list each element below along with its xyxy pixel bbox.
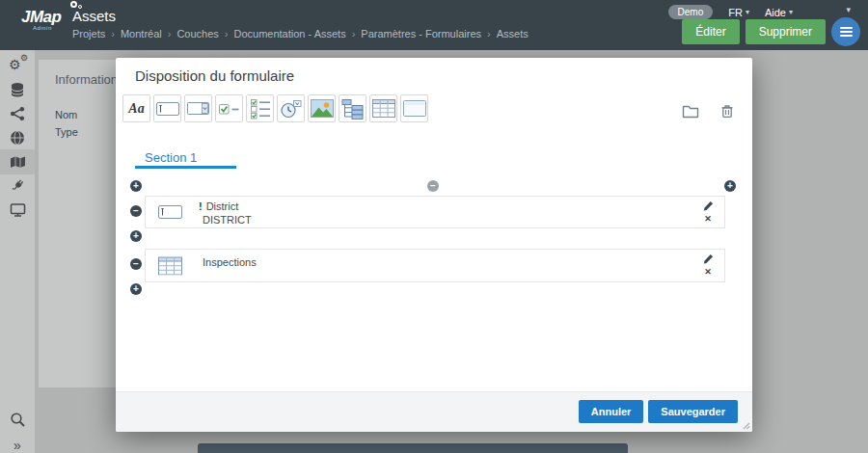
chevron-down-icon: ▾ (746, 8, 749, 16)
remove-element-button[interactable]: ✕ (701, 213, 715, 226)
form-element-district[interactable]: ! District DISTRICT ✕ (145, 196, 725, 228)
dialog-footer: Annuler Sauvegarder (116, 391, 752, 432)
form-element-label: District (206, 200, 239, 212)
remove-column-button[interactable]: − (427, 180, 439, 192)
hamburger-icon (840, 27, 853, 29)
language-label: FR (728, 7, 743, 18)
form-element-field: DISTRICT (199, 214, 252, 226)
tab-active-underline (135, 166, 236, 169)
header-actions: Éditer Supprimer (682, 17, 860, 46)
jmap-logo-text: JMap (21, 8, 61, 27)
jmap-logo: JMap Admin (21, 8, 71, 31)
required-marker: ! (199, 200, 203, 212)
panel-component-button[interactable] (400, 94, 428, 122)
checkbox-list-component-button[interactable] (246, 94, 274, 122)
hamburger-menu-button[interactable] (831, 17, 860, 46)
breadcrumb-separator: › (487, 28, 491, 40)
image-component-button[interactable] (308, 94, 336, 122)
form-element-label: Inspections (203, 256, 257, 268)
form-layout-dialog: Disposition du formulaire Aa (116, 58, 752, 432)
breadcrumb-item[interactable]: Projets (72, 28, 105, 40)
delete-button[interactable]: Supprimer (746, 19, 826, 44)
add-row-button[interactable]: + (130, 180, 142, 192)
remove-row-button[interactable]: − (130, 258, 142, 270)
chevron-down-icon: ▾ (789, 8, 793, 16)
checklist-icon (250, 98, 271, 120)
breadcrumb-item[interactable]: Documentation - Assets (233, 28, 345, 40)
help-menu[interactable]: Aide ▾ (765, 7, 793, 18)
help-label: Aide (765, 7, 786, 18)
label-component-button[interactable]: Aa (122, 94, 150, 122)
table-icon (158, 256, 182, 275)
text-field-component-button[interactable] (153, 94, 181, 122)
hamburger-icon (840, 31, 853, 33)
add-row-button[interactable]: + (130, 230, 142, 242)
table-component-button[interactable] (369, 94, 397, 122)
date-picker-component-button[interactable] (277, 94, 305, 122)
remove-row-button[interactable]: − (130, 205, 142, 217)
tree-component-button[interactable] (339, 94, 366, 122)
text-input-icon (158, 205, 182, 219)
combo-box-component-button[interactable] (184, 94, 212, 122)
breadcrumb-item[interactable]: Montréal (121, 28, 162, 40)
tab-section-1[interactable]: Section 1 (135, 150, 236, 165)
breadcrumb-separator: › (111, 28, 115, 40)
dropdown-icon (187, 102, 209, 115)
trash-button[interactable] (716, 99, 739, 122)
form-element-text: Inspections (199, 256, 257, 268)
image-icon (311, 98, 334, 119)
trash-icon (719, 103, 735, 119)
text-input-icon (156, 102, 179, 116)
edit-button[interactable]: Éditer (682, 19, 739, 44)
breadcrumb-separator: › (225, 28, 229, 40)
pencil-icon (703, 200, 714, 211)
pencil-icon (703, 253, 714, 264)
form-element-inspections[interactable]: Inspections ✕ (145, 249, 725, 282)
language-menu[interactable]: FR ▾ (728, 7, 749, 18)
clock-dropdown-icon (280, 98, 302, 120)
breadcrumb: Projets › Montréal › Couches › Documenta… (72, 28, 529, 40)
table-icon (372, 99, 395, 118)
app-header: JMap Admin Assets Projets › Montréal › C… (0, 0, 868, 50)
save-button[interactable]: Sauvegarder (648, 400, 738, 423)
breadcrumb-separator: › (168, 28, 172, 40)
breadcrumb-item[interactable]: Couches (176, 28, 218, 40)
checkbox-icon (218, 100, 240, 118)
dialog-footer-buttons: Annuler Sauvegarder (579, 400, 738, 423)
folder-icon (682, 104, 699, 119)
resize-handle[interactable] (741, 420, 750, 430)
label-icon: Aa (128, 101, 144, 117)
close-icon: ✕ (704, 215, 712, 224)
cancel-button[interactable]: Annuler (579, 400, 644, 423)
hamburger-icon (840, 35, 853, 37)
edit-element-button[interactable] (701, 253, 715, 265)
dialog-title: Disposition du formulaire (135, 67, 294, 84)
form-element-actions: ✕ (701, 253, 715, 279)
edit-element-button[interactable] (701, 200, 715, 212)
add-column-button[interactable]: + (724, 180, 736, 192)
close-icon: ✕ (704, 268, 712, 277)
remove-element-button[interactable]: ✕ (701, 266, 715, 279)
component-toolbar: Aa (122, 94, 428, 122)
open-folder-button[interactable] (679, 99, 702, 122)
form-element-text: ! District DISTRICT (199, 200, 252, 226)
page-title: Assets (72, 8, 116, 24)
logo-ring-icon (70, 1, 77, 8)
breadcrumb-item[interactable]: Paramètres - Formulaires (361, 28, 481, 40)
chevron-down-icon[interactable]: ▾ (846, 5, 851, 14)
breadcrumb-item-current[interactable]: Assets (497, 28, 529, 40)
panel-icon (403, 100, 426, 117)
dialog-top-actions (679, 99, 739, 122)
add-row-button[interactable]: + (130, 283, 142, 295)
breadcrumb-separator: › (352, 28, 356, 40)
checkbox-component-button[interactable] (215, 94, 243, 122)
form-element-actions: ✕ (701, 200, 715, 226)
tree-icon (341, 98, 364, 120)
